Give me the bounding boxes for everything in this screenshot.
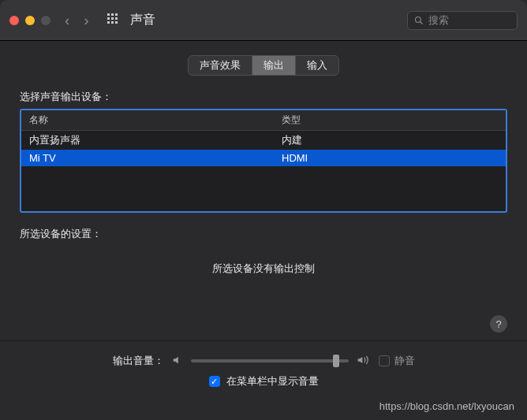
page-title: 声音 (130, 12, 407, 28)
show-all-icon[interactable] (107, 13, 119, 28)
search-input[interactable]: 搜索 (407, 11, 518, 30)
device-header: 名称 类型 (21, 110, 506, 131)
settings-label: 所选设备的设置： (20, 227, 507, 241)
tab-input[interactable]: 输入 (296, 56, 338, 75)
forward-button[interactable]: › (84, 12, 88, 29)
volume-row: 输出音量： 静音 (20, 341, 507, 374)
nav-arrows: ‹ › (65, 12, 89, 29)
menubar-label: 在菜单栏中显示音量 (226, 374, 319, 388)
device-name: Mi TV (29, 152, 282, 164)
svg-rect-0 (107, 13, 110, 16)
device-list: 名称 类型 内置扬声器内建Mi TVHDMI (20, 109, 507, 213)
svg-rect-6 (107, 21, 110, 24)
slider-thumb[interactable] (333, 355, 339, 367)
svg-rect-5 (115, 17, 118, 20)
zoom-icon (41, 16, 50, 25)
tab-output[interactable]: 输出 (252, 56, 296, 75)
mute-checkbox[interactable] (379, 355, 390, 366)
svg-rect-1 (111, 13, 114, 16)
search-icon (414, 16, 424, 25)
device-row[interactable]: Mi TVHDMI (21, 150, 506, 166)
minimize-icon[interactable] (25, 16, 35, 25)
help-button[interactable]: ? (490, 315, 507, 333)
svg-rect-2 (115, 13, 118, 16)
tab-effects[interactable]: 声音效果 (189, 56, 252, 75)
menubar-checkbox[interactable]: ✓ (209, 376, 220, 387)
select-output-label: 选择声音输出设备： (20, 90, 507, 104)
device-name: 内置扬声器 (29, 133, 282, 147)
close-icon[interactable] (9, 16, 19, 25)
volume-slider[interactable] (191, 359, 349, 362)
search-placeholder: 搜索 (428, 13, 449, 28)
titlebar: ‹ › 声音 搜索 (0, 0, 527, 41)
tab-group: 声音效果 输出 输入 (188, 55, 339, 76)
speaker-low-icon (172, 355, 183, 368)
svg-rect-8 (115, 21, 118, 24)
volume-label: 输出音量： (113, 354, 164, 368)
tabs: 声音效果 输出 输入 (20, 55, 507, 76)
col-type[interactable]: 类型 (282, 113, 498, 127)
no-control-message: 所选设备没有输出控制 (20, 262, 507, 276)
svg-rect-7 (111, 21, 114, 24)
mute-label: 静音 (394, 354, 415, 368)
device-type: 内建 (282, 133, 498, 147)
traffic-lights (9, 16, 50, 25)
mute-toggle[interactable]: 静音 (379, 354, 415, 368)
back-button[interactable]: ‹ (65, 12, 69, 29)
svg-point-9 (416, 17, 421, 22)
svg-rect-3 (107, 17, 110, 20)
device-type: HDMI (282, 152, 498, 164)
help-area: ? (20, 315, 507, 333)
sound-prefs-window: ‹ › 声音 搜索 声音效果 输出 输入 选择声音输出设备： 名称 类型 内置扬… (0, 0, 527, 420)
col-name[interactable]: 名称 (29, 113, 282, 127)
svg-line-10 (420, 21, 423, 24)
svg-rect-4 (111, 17, 114, 20)
device-row[interactable]: 内置扬声器内建 (21, 131, 506, 150)
content: 声音效果 输出 输入 选择声音输出设备： 名称 类型 内置扬声器内建Mi TVH… (0, 41, 527, 404)
speaker-high-icon (357, 355, 371, 368)
menubar-row: ✓ 在菜单栏中显示音量 (20, 374, 507, 400)
